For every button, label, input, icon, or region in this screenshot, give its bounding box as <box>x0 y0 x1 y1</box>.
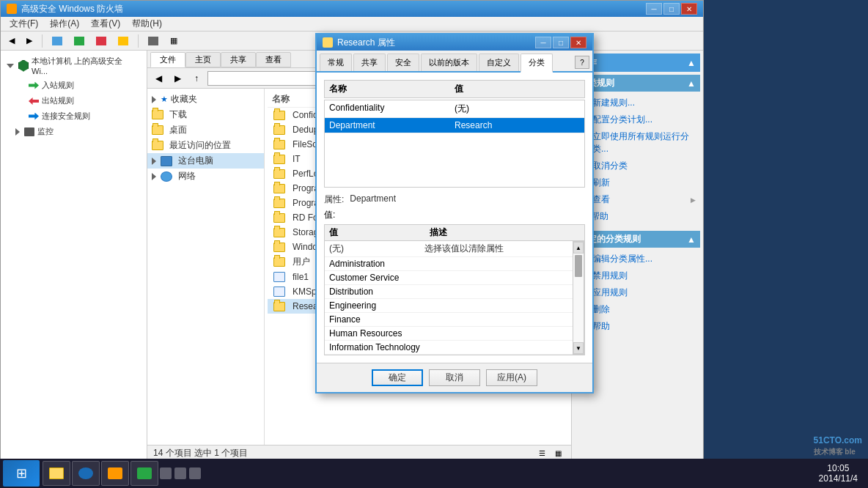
tab-security[interactable]: 安全 <box>387 53 419 71</box>
dialog-footer: 确定 取消 应用(A) <box>317 363 592 392</box>
tree-item-desktop[interactable]: 桌面 <box>147 122 264 138</box>
tab-sharing[interactable]: 共享 <box>353 53 386 71</box>
taskbar-app-2[interactable] <box>130 461 158 486</box>
connection-icon <box>29 113 39 120</box>
tab-classify[interactable]: 分类 <box>521 53 553 73</box>
status-text: 14 个项目 选中 1 个项目 <box>153 447 248 459</box>
value-list-scrollbar[interactable]: ▲ ▼ <box>573 241 584 355</box>
app-title: 高级安全 Windows 防火墙 <box>21 3 646 15</box>
system-tray <box>160 467 201 479</box>
folder-icon <box>273 257 285 267</box>
start-button[interactable]: ⊞ <box>3 460 40 487</box>
maximize-button[interactable]: □ <box>663 3 680 15</box>
value-row-admin[interactable]: Administration <box>325 257 573 271</box>
prop-col-value: 值 <box>455 83 580 95</box>
prop-row-department[interactable]: Department Research <box>325 118 584 133</box>
val-admin: Administration <box>329 259 424 269</box>
taskbar-ie[interactable] <box>72 461 100 486</box>
tray-icon-1 <box>160 467 172 479</box>
tree-item-network[interactable]: 网络 <box>147 169 264 184</box>
folder-icon <box>273 111 285 120</box>
tree-item-favorites[interactable]: ★ 收藏夹 <box>147 92 264 107</box>
app-icon <box>7 4 17 14</box>
tab-file[interactable]: 文件 <box>150 52 185 67</box>
toolbar-icon-1 <box>52 37 62 45</box>
tree-item-downloads[interactable]: 下载 <box>147 107 264 122</box>
value-row-eng[interactable]: Engineering <box>325 299 573 313</box>
selected-collapse-icon[interactable]: ▲ <box>687 234 696 245</box>
prop-confidentiality-key: Confidentiality <box>329 103 455 115</box>
view-details-button[interactable]: ☰ <box>534 447 549 460</box>
dialog-help-button[interactable]: ? <box>575 56 589 69</box>
dialog-content: 名称 值 Confidentiality (无) Department Rese… <box>317 73 592 363</box>
dialog-maximize[interactable]: □ <box>553 37 569 48</box>
dialog-close[interactable]: ✕ <box>570 37 586 48</box>
dialog-app-icon <box>323 37 333 48</box>
ok-button[interactable]: 确定 <box>372 369 423 386</box>
tab-home[interactable]: 主页 <box>185 52 221 67</box>
close-button[interactable]: ✕ <box>681 3 697 15</box>
nav-item-monitor[interactable]: 监控 <box>1 124 147 139</box>
list-with-scroll: (无) 选择该值以清除属性 Administration Customer Se… <box>325 241 584 355</box>
menu-help[interactable]: 帮助(H) <box>126 16 168 32</box>
actions-collapse-icon[interactable]: ▲ <box>687 58 696 68</box>
nav-item-outbound[interactable]: 出站规则 <box>1 93 147 108</box>
action-edit-props-label: 编辑分类属性... <box>592 253 652 265</box>
menu-file[interactable]: 文件(F) <box>4 16 44 32</box>
val-hr: Human Resources <box>329 328 424 339</box>
back-button[interactable]: ◀ <box>4 33 20 49</box>
prop-table-header: 名称 值 <box>324 80 585 98</box>
nav-item-inbound[interactable]: 入站规则 <box>1 78 147 93</box>
value-row-dist[interactable]: Distribution <box>325 285 573 299</box>
value-row-finance[interactable]: Finance <box>325 313 573 327</box>
tree-item-computer[interactable]: 这台电脑 <box>147 153 264 169</box>
classification-collapse-icon[interactable]: ▲ <box>687 78 696 89</box>
prop-table-body: Confidentiality (无) Department Research <box>324 100 585 188</box>
tab-general[interactable]: 常规 <box>320 53 352 71</box>
toolbar-btn-4[interactable] <box>113 33 133 49</box>
toolbar-btn-1[interactable] <box>47 33 67 49</box>
tab-custom[interactable]: 自定义 <box>479 53 519 71</box>
folder-icon <box>273 243 285 252</box>
toolbar-btn-5[interactable] <box>143 33 163 49</box>
scroll-up-button[interactable]: ▲ <box>573 242 584 254</box>
inbound-icon <box>29 82 39 89</box>
view-icons-button[interactable]: ▦ <box>551 447 565 460</box>
taskbar-app-1[interactable] <box>101 461 129 486</box>
apply-button[interactable]: 应用(A) <box>486 369 537 386</box>
cancel-button[interactable]: 取消 <box>429 369 480 386</box>
dialog-minimize[interactable]: ─ <box>535 37 551 48</box>
favorites-arrow <box>152 96 156 103</box>
scroll-down-button[interactable]: ▼ <box>573 342 584 354</box>
nav-back-button[interactable]: ◀ <box>150 70 166 86</box>
forward-button[interactable]: ▶ <box>21 33 37 49</box>
toolbar-btn-3[interactable] <box>91 33 111 49</box>
nav-up-button[interactable]: ↑ <box>188 70 205 86</box>
value-row-it[interactable]: Information Technology <box>325 341 573 355</box>
tab-previous-versions[interactable]: 以前的版本 <box>421 53 477 71</box>
value-row-cs[interactable]: Customer Service <box>325 271 573 285</box>
action-help-2-label: 帮助 <box>592 320 610 333</box>
tab-view[interactable]: 查看 <box>256 52 291 67</box>
nav-item-top[interactable]: 本地计算机 上的高级安全 Wi... <box>1 53 147 78</box>
scroll-track[interactable] <box>573 254 584 342</box>
menu-action[interactable]: 操作(A) <box>44 16 85 32</box>
tab-share[interactable]: 共享 <box>221 52 256 67</box>
tree-item-recent[interactable]: 最近访问的位置 <box>147 138 264 153</box>
taskbar-file-explorer[interactable] <box>43 461 70 486</box>
menu-view[interactable]: 查看(V) <box>85 16 126 32</box>
toolbar-btn-6[interactable]: ▦ <box>165 33 183 49</box>
toolbar-btn-2[interactable] <box>69 33 89 49</box>
nav-forward-button[interactable]: ▶ <box>169 70 185 86</box>
val-eng: Engineering <box>329 300 424 311</box>
nav-item-connection[interactable]: 连接安全规则 <box>1 108 147 124</box>
minimize-button[interactable]: ─ <box>646 3 662 15</box>
val-it: Information Technology <box>329 342 424 352</box>
nav-item-monitor-label: 监控 <box>37 126 54 137</box>
prop-row-confidentiality[interactable]: Confidentiality (无) <box>325 100 584 118</box>
value-row-none[interactable]: (无) 选择该值以清除属性 <box>325 241 573 257</box>
value-row-hr[interactable]: Human Resources <box>325 327 573 341</box>
downloads-icon <box>152 110 163 119</box>
left-nav-panel: 本地计算机 上的高级安全 Wi... 入站规则 出站规则 连接安全规则 监控 <box>1 51 147 461</box>
network-label: 网络 <box>178 170 196 182</box>
